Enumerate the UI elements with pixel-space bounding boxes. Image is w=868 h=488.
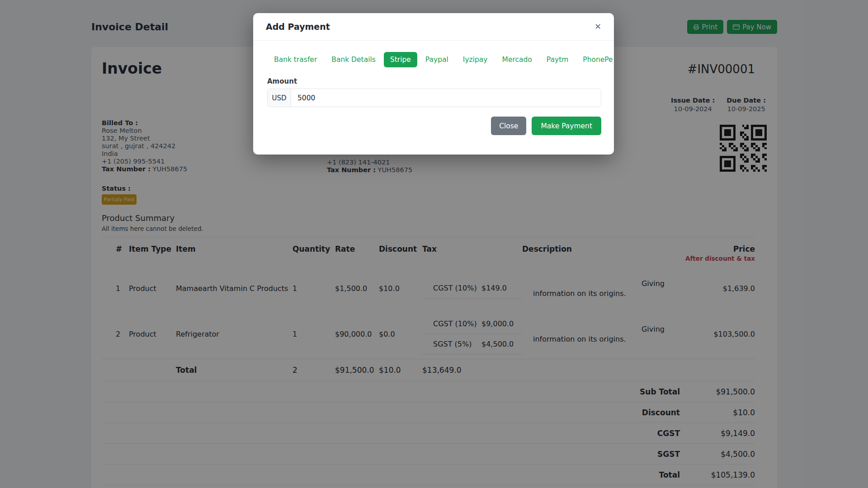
modal-actions: Close Make Payment [253, 117, 601, 135]
amount-input-group: USD [267, 89, 601, 107]
payment-tab-paytm[interactable]: Paytm [540, 52, 575, 67]
payment-tab-bank-details[interactable]: Bank Details [325, 52, 382, 67]
payment-tab-phonepe[interactable]: PhonePe [576, 52, 619, 67]
amount-label: Amount [253, 77, 614, 85]
payment-tab-stripe[interactable]: Stripe [384, 52, 417, 67]
make-payment-button[interactable]: Make Payment [532, 117, 601, 135]
payment-method-tabs: Bank trasferBank DetailsStripePaypalIyzi… [253, 41, 614, 67]
close-icon[interactable]: ✕ [594, 23, 601, 31]
close-button[interactable]: Close [491, 117, 526, 135]
payment-tab-mercado[interactable]: Mercado [496, 52, 538, 67]
payment-tab-bank-trasfer[interactable]: Bank trasfer [268, 52, 323, 67]
modal-header: Add Payment ✕ [253, 13, 614, 41]
payment-tab-iyzipay[interactable]: Iyzipay [457, 52, 494, 67]
currency-addon: USD [268, 89, 291, 107]
payment-tab-paypal[interactable]: Paypal [419, 52, 455, 67]
amount-input[interactable] [291, 89, 601, 107]
add-payment-modal: Add Payment ✕ Bank trasferBank DetailsSt… [253, 13, 614, 155]
modal-title: Add Payment [266, 22, 330, 32]
